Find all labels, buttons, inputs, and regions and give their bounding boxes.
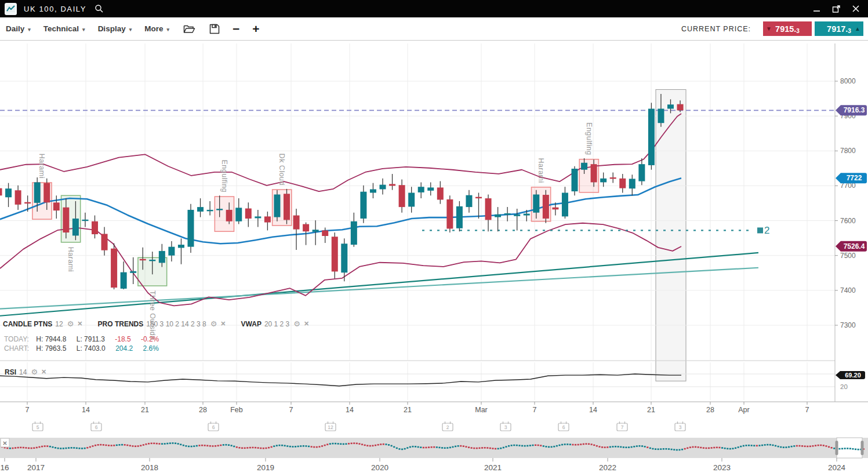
candle[interactable] [0,186,2,202]
candle[interactable] [562,187,568,219]
candle[interactable] [437,181,444,204]
candle[interactable] [456,201,463,231]
price-chart[interactable]: 2HaramiHaramiThree OutsideEngulfingDk Cl… [0,41,868,476]
candle[interactable] [121,261,127,289]
candle[interactable] [5,183,12,207]
gear-icon[interactable]: ⚙ [67,319,74,328]
calendar-marker-icon[interactable]: 7 [617,422,627,431]
remove-indicator-icon[interactable]: ✕ [41,368,46,376]
candle[interactable] [360,186,366,223]
candle[interactable] [475,192,482,219]
candle[interactable] [168,241,175,261]
zoom-out-button[interactable]: − [233,23,239,35]
candle-body [235,208,242,221]
close-window-button[interactable] [848,2,863,15]
navigator-handle-left[interactable] [836,441,838,455]
menu-technical[interactable]: Technical ▾ [43,24,85,33]
candle[interactable] [274,190,280,221]
candle[interactable] [101,227,108,255]
gear-icon[interactable]: ⚙ [31,368,38,376]
calendar-marker-icon[interactable]: 3 [675,422,685,431]
candle[interactable] [351,213,357,247]
candle[interactable] [380,179,386,195]
minimize-button[interactable] [809,2,824,15]
ask-price-badge[interactable]: ▲7917.3 [815,21,863,36]
candle[interactable] [245,202,252,227]
candle[interactable] [207,201,213,216]
candle[interactable] [648,103,655,169]
calendar-marker-icon[interactable]: 2 [442,422,453,431]
bid-price-badge[interactable]: ▼7915.3 [763,21,812,36]
menu-display[interactable]: Display ▾ [98,24,132,33]
candle[interactable] [178,238,184,264]
navigator-mini-candle [793,445,795,447]
candle[interactable] [408,187,415,213]
candle[interactable] [197,198,204,217]
candle[interactable] [543,190,549,223]
search-icon[interactable] [95,4,104,13]
candle[interactable] [427,182,434,195]
candle[interactable] [264,212,271,230]
navigator-mini-candle [145,444,147,445]
navigator-mini-candle [52,446,53,448]
candle[interactable] [293,209,300,250]
navigator-mini-candle [735,447,736,449]
navigator-mini-candle [598,446,600,448]
remove-indicator-icon[interactable]: ✕ [220,320,226,328]
remove-indicator-icon[interactable]: ✕ [304,320,309,328]
candle[interactable] [619,174,626,192]
gear-icon[interactable]: ⚙ [210,319,217,328]
candle[interactable] [284,189,290,224]
candle[interactable] [15,186,21,210]
calendar-marker-icon[interactable]: 6 [208,422,219,431]
candle[interactable] [24,195,31,212]
navigator-mini-candle [732,448,733,449]
candle[interactable] [466,190,472,213]
highlight-region[interactable] [656,89,686,381]
popout-window-button[interactable] [829,2,844,15]
navigator-close-button[interactable]: ✕ [1,438,9,447]
save-icon[interactable] [209,24,220,34]
menu-daily[interactable]: Daily ▾ [6,24,31,33]
candle[interactable] [111,244,117,289]
navigator-mini-candle [300,445,302,447]
navigator-mini-candle [711,447,713,449]
calendar-marker-icon[interactable]: 5 [32,422,43,431]
candle[interactable] [572,166,578,196]
candle[interactable] [495,207,501,231]
candle[interactable] [92,216,98,239]
candle[interactable] [504,207,511,221]
remove-indicator-icon[interactable]: ✕ [77,320,82,328]
menu-more[interactable]: More ▾ [144,24,169,33]
candle[interactable] [638,158,645,185]
navigator-mini-candle [713,447,715,449]
navigator-mini-candle [236,446,238,448]
candle[interactable] [332,232,338,278]
candle[interactable] [188,204,194,253]
zoom-in-button[interactable]: + [252,23,259,35]
candle[interactable] [255,210,261,227]
candle[interactable] [399,180,405,213]
candle[interactable] [53,195,60,219]
candle-body [207,210,213,211]
calendar-marker-icon[interactable]: 3 [500,422,511,431]
candle[interactable] [600,173,606,187]
candle-body [533,194,539,212]
candle[interactable] [82,213,88,227]
candle[interactable] [389,174,395,190]
candle[interactable] [485,194,492,231]
candle[interactable] [370,183,376,198]
calendar-marker-icon[interactable]: 12 [325,422,336,431]
navigator-handle-right[interactable] [861,441,864,455]
open-folder-icon[interactable] [183,24,195,34]
calendar-marker-icon[interactable]: 6 [558,422,569,431]
candle[interactable] [629,175,635,195]
candle[interactable] [610,173,616,183]
calendar-marker-icon[interactable]: 6 [91,422,101,431]
candle[interactable] [418,182,424,198]
calendar-number: 6 [212,424,215,430]
gear-icon[interactable]: ⚙ [293,319,300,328]
navigator-mini-candle [545,446,547,448]
candle[interactable] [514,209,520,230]
candle[interactable] [446,195,453,232]
